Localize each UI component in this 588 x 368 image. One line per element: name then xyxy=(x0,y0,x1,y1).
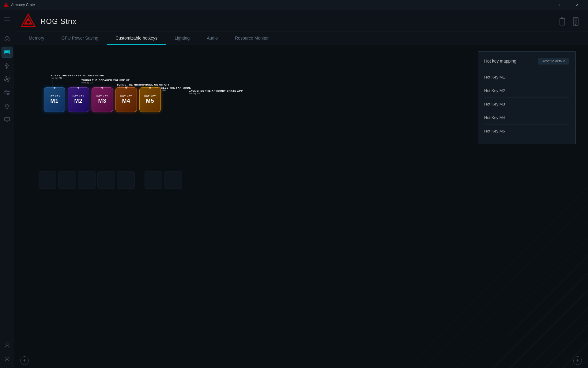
keyboard-placeholder xyxy=(39,168,290,192)
header-right xyxy=(557,17,581,26)
hotkey-m3-label: HOT KEY xyxy=(96,95,108,97)
svg-rect-7 xyxy=(6,51,7,52)
hotkey-button-m2[interactable]: HOT KEY M2 xyxy=(68,87,89,112)
svg-rect-11 xyxy=(6,52,8,53)
sidebar-icon-settings[interactable] xyxy=(2,353,13,364)
key-ph-4 xyxy=(97,171,115,189)
hotkey-button-m3[interactable]: HOT KEY M3 xyxy=(92,87,113,112)
svg-rect-2 xyxy=(4,17,10,17)
add-profile-button[interactable]: + xyxy=(20,356,29,365)
hotkey-button-m1[interactable]: HOT KEY M1 xyxy=(44,87,65,112)
tab-gpu[interactable]: GPU Power Saving xyxy=(53,32,107,45)
svg-point-22 xyxy=(6,343,8,345)
close-button[interactable]: ✕ xyxy=(570,0,584,10)
bottom-bar: + + xyxy=(14,353,588,368)
content-area: TURNS THE SPEAKER VOLUME DOWN Hot Key M1… xyxy=(14,45,588,368)
svg-rect-6 xyxy=(5,51,6,52)
sidebar xyxy=(0,10,14,368)
hotkey-m3-name: M3 xyxy=(98,98,106,104)
svg-rect-10 xyxy=(5,52,6,53)
tab-lighting[interactable]: Lighting xyxy=(166,32,198,45)
hotkey-items-list: Hot Key M1 Hot Key M2 Hot Key M3 Hot Key… xyxy=(484,71,569,138)
hotkey-m1-dot xyxy=(54,87,55,89)
tab-hotkeys[interactable]: Customizable hotkeys xyxy=(107,32,166,45)
key-ph-7 xyxy=(164,171,182,189)
key-ph-6 xyxy=(145,171,162,189)
sidebar-icon-menu[interactable] xyxy=(2,13,13,25)
sidebar-icon-lighting[interactable] xyxy=(2,60,13,71)
restore-button[interactable]: □ xyxy=(554,0,568,10)
key-ph-5 xyxy=(117,171,135,189)
sidebar-icon-user[interactable] xyxy=(2,340,13,351)
hotkey-panel-item-m4[interactable]: Hot Key M4 xyxy=(484,111,569,125)
hotkey-m4-name: M4 xyxy=(122,98,130,104)
hotkey-m5-label: HOT KEY xyxy=(144,95,156,97)
sidebar-icon-home[interactable] xyxy=(2,33,13,44)
svg-rect-4 xyxy=(4,21,10,21)
key-ph-3 xyxy=(78,171,96,189)
sidebar-icon-tag[interactable] xyxy=(2,101,13,112)
hotkey-button-m4[interactable]: HOT KEY M4 xyxy=(115,87,137,112)
reset-default-button[interactable]: Reset to default xyxy=(538,58,569,64)
svg-rect-3 xyxy=(4,19,10,19)
svg-point-15 xyxy=(5,91,7,92)
svg-rect-9 xyxy=(8,51,9,52)
hotkey-m2-label: HOT KEY xyxy=(73,95,84,97)
minimize-button[interactable]: ─ xyxy=(537,0,551,10)
hotkey-m4-dot xyxy=(125,87,127,89)
sidebar-icon-display[interactable] xyxy=(2,114,13,125)
svg-point-31 xyxy=(575,24,576,25)
bg-decoration xyxy=(328,169,588,368)
panel-title: Hot key mapping xyxy=(484,59,516,63)
tab-memory[interactable]: Memory xyxy=(20,32,53,45)
hotkey-m1-name: M1 xyxy=(50,98,58,104)
titlebar: Armoury Crate ─ □ ✕ xyxy=(0,0,588,10)
device-icon xyxy=(571,17,581,26)
device-name: ROG Strix xyxy=(40,17,77,26)
hotkey-m3-dot xyxy=(101,87,103,89)
rog-logo xyxy=(20,13,36,30)
hotkey-m2-name: M2 xyxy=(74,98,82,104)
main-content: ROG Strix Memory GPU Power Saving Custom… xyxy=(14,10,588,368)
hotkey-visualization: TURNS THE SPEAKER VOLUME DOWN Hot Key M1… xyxy=(26,51,277,113)
sidebar-icon-fan[interactable] xyxy=(2,74,13,85)
key-ph-2 xyxy=(58,171,76,189)
svg-rect-19 xyxy=(5,117,9,121)
window-controls: ─ □ ✕ xyxy=(537,0,584,10)
tabs-bar: Memory GPU Power Saving Customizable hot… xyxy=(14,32,588,45)
hotkey-buttons-row: HOT KEY M1 HOT KEY M2 HOT KEY M3 xyxy=(43,87,161,113)
hotkey-panel-item-m5[interactable]: Hot Key M5 xyxy=(484,125,569,138)
svg-rect-30 xyxy=(575,18,577,24)
svg-rect-12 xyxy=(8,52,9,53)
hotkey-button-m5[interactable]: HOT KEY M5 xyxy=(139,87,161,112)
hotkey-panel-item-m3[interactable]: Hot Key M3 xyxy=(484,98,569,111)
callout-m5: LAUNCHES THE ARMOURY CRATE APP Hot Key M… xyxy=(189,90,243,99)
hotkey-panel: Hot key mapping Reset to default Hot Key… xyxy=(478,51,576,144)
battery-icon xyxy=(557,17,567,26)
svg-rect-28 xyxy=(561,17,563,19)
svg-rect-27 xyxy=(560,18,565,25)
svg-point-26 xyxy=(27,21,30,24)
hotkey-m4-label: HOT KEY xyxy=(120,95,132,97)
app-title: Armoury Crate xyxy=(11,3,537,7)
panel-header: Hot key mapping Reset to default xyxy=(484,58,569,64)
header: ROG Strix xyxy=(14,10,588,32)
sidebar-icon-sliders[interactable] xyxy=(2,87,13,98)
hotkey-panel-item-m1[interactable]: Hot Key M1 xyxy=(484,71,569,84)
svg-rect-8 xyxy=(7,51,8,52)
tab-audio[interactable]: Audio xyxy=(198,32,226,45)
svg-point-23 xyxy=(6,358,8,360)
hotkey-m1-label: HOT KEY xyxy=(49,95,60,97)
key-ph-1 xyxy=(39,171,56,189)
app-container: ROG Strix Memory GPU Power Saving Custom… xyxy=(0,10,588,368)
hotkey-m2-dot xyxy=(77,87,79,89)
svg-point-17 xyxy=(7,93,9,95)
hotkey-m5-name: M5 xyxy=(146,98,154,104)
svg-marker-34 xyxy=(389,169,588,368)
sidebar-icon-keyboard[interactable] xyxy=(2,47,13,58)
tab-resource[interactable]: Resource Monitor xyxy=(226,32,277,45)
app-icon xyxy=(4,2,9,7)
hotkey-panel-item-m2[interactable]: Hot Key M2 xyxy=(484,84,569,98)
logo-area: ROG Strix xyxy=(20,13,77,30)
add-item-button[interactable]: + xyxy=(573,356,582,365)
